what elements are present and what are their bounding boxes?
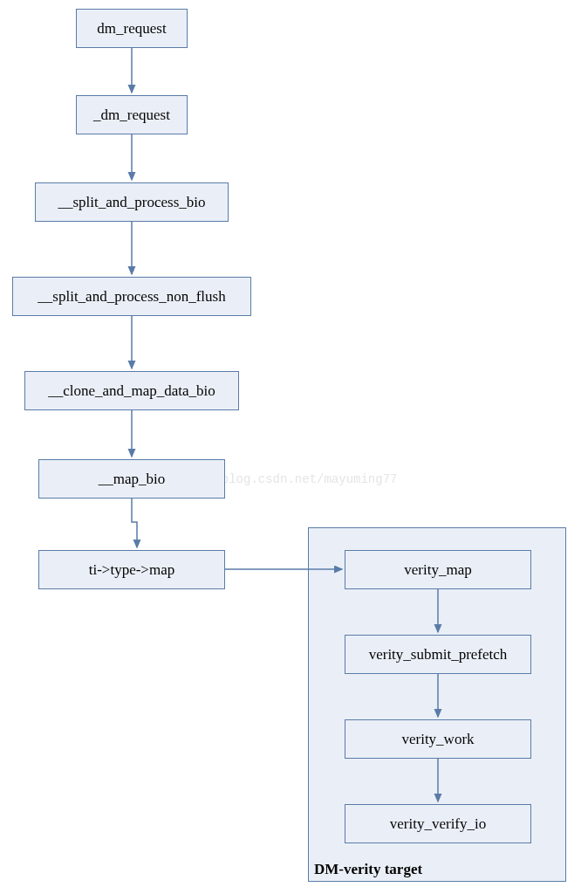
node-label: verity_map <box>404 561 471 579</box>
node-map-bio: __map_bio <box>38 459 225 499</box>
node-verity-verify-io: verity_verify_io <box>345 804 531 843</box>
node-label: ti->type->map <box>89 561 174 579</box>
node-label: dm_request <box>97 20 166 38</box>
node-label: __map_bio <box>99 471 166 488</box>
node-split-process-non-flush: __split_and_process_non_flush <box>12 277 251 316</box>
node-label: _dm_request <box>93 107 170 124</box>
node-verity-work: verity_work <box>345 719 531 759</box>
node-ti-type-map: ti->type->map <box>38 550 225 589</box>
node-label: __split_and_process_non_flush <box>38 288 225 306</box>
node-dm-request-2: _dm_request <box>76 95 188 134</box>
node-verity-map: verity_map <box>345 550 531 589</box>
node-label: verity_submit_prefetch <box>369 646 508 664</box>
node-label: __clone_and_map_data_bio <box>48 382 215 400</box>
node-label: verity_verify_io <box>390 815 486 833</box>
node-clone-map-data-bio: __clone_and_map_data_bio <box>24 371 239 410</box>
node-label: verity_work <box>401 731 474 748</box>
dm-verity-target-label: DM-verity target <box>314 861 422 878</box>
node-label: __split_and_process_bio <box>58 194 205 211</box>
node-dm-request: dm_request <box>76 9 188 48</box>
node-split-process-bio: __split_and_process_bio <box>35 182 229 222</box>
arrow-n6-n7 <box>132 499 137 547</box>
node-verity-submit-prefetch: verity_submit_prefetch <box>345 635 531 674</box>
